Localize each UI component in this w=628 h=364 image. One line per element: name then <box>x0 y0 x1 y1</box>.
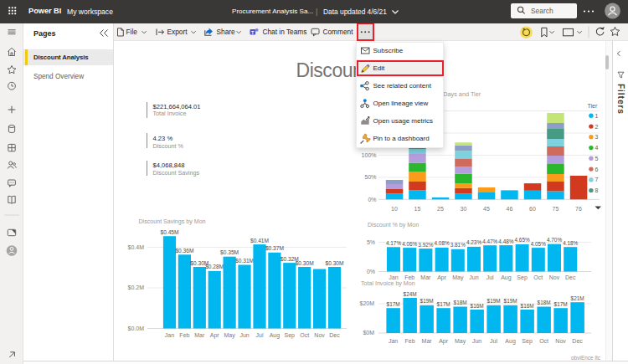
svg-text:Jul: Jul <box>490 338 497 344</box>
svg-text:$19M: $19M <box>504 298 517 304</box>
svg-text:10: 10 <box>391 206 398 212</box>
svg-text:$0.30M: $0.30M <box>296 260 314 266</box>
svg-text:46: 46 <box>507 206 513 212</box>
svg-text:Oct: Oct <box>539 338 548 344</box>
svg-text:Aug: Aug <box>505 338 516 345</box>
svg-text:60: 60 <box>529 206 536 212</box>
svg-text:30: 30 <box>461 206 467 212</box>
svg-text:$16M: $16M <box>521 303 534 309</box>
svg-text:4.23%: 4.23% <box>466 239 481 245</box>
svg-text:Oct: Oct <box>533 274 543 280</box>
svg-text:$17M: $17M <box>437 301 450 307</box>
svg-text:$19M: $19M <box>487 298 501 304</box>
svg-text:Feb: Feb <box>405 338 415 344</box>
svg-text:$24M: $24M <box>404 291 417 297</box>
svg-text:$17M: $17M <box>554 301 568 307</box>
svg-text:$0.45M: $0.45M <box>161 229 179 235</box>
svg-text:Jul: Jul <box>486 274 494 280</box>
svg-text:Sep: Sep <box>517 274 528 281</box>
svg-text:May: May <box>455 338 466 345</box>
svg-text:Aug: Aug <box>270 332 281 339</box>
svg-text:Discount % by Mon: Discount % by Mon <box>368 222 419 228</box>
svg-text:$0.28M: $0.28M <box>205 264 224 269</box>
svg-text:15: 15 <box>414 206 421 212</box>
svg-text:75: 75 <box>553 206 559 212</box>
svg-text:$0.2M: $0.2M <box>128 285 145 290</box>
svg-text:Nov: Nov <box>549 274 560 280</box>
svg-text:Jun: Jun <box>472 338 481 344</box>
svg-text:4.70%: 4.70% <box>547 237 562 243</box>
svg-text:4.18%: 4.18% <box>563 240 578 246</box>
svg-text:50%: 50% <box>364 174 376 180</box>
svg-text:Mar: Mar <box>194 332 205 338</box>
svg-text:Feb: Feb <box>179 332 189 338</box>
svg-text:Discount Savings by Mon: Discount Savings by Mon <box>139 218 206 225</box>
svg-text:$0M: $0M <box>363 330 374 336</box>
svg-text:4.05%: 4.05% <box>531 241 546 247</box>
svg-text:Apr: Apr <box>439 338 449 345</box>
svg-text:Aug: Aug <box>501 274 512 281</box>
svg-text:Dec: Dec <box>572 338 583 344</box>
svg-text:Dec: Dec <box>329 332 340 338</box>
svg-text:May: May <box>452 274 464 281</box>
svg-text:Feb: Feb <box>404 274 414 280</box>
svg-text:$18M: $18M <box>538 300 551 305</box>
svg-text:Jan: Jan <box>165 332 174 338</box>
svg-text:May: May <box>224 332 235 339</box>
svg-text:Mar: Mar <box>422 338 433 344</box>
svg-text:Dec: Dec <box>565 274 576 280</box>
svg-text:Jan: Jan <box>389 274 398 280</box>
svg-text:25: 25 <box>437 206 444 212</box>
svg-text:Sep: Sep <box>285 332 296 339</box>
svg-text:3.81%: 3.81% <box>450 242 466 248</box>
svg-text:Mar: Mar <box>420 274 431 280</box>
svg-text:Oct: Oct <box>300 332 309 338</box>
svg-text:4.65%: 4.65% <box>515 237 530 243</box>
svg-text:$0.37M: $0.37M <box>265 245 284 251</box>
svg-text:0%: 0% <box>368 197 376 203</box>
svg-text:4.08%: 4.08% <box>435 240 450 246</box>
svg-text:Total Invoice by Mon: Total Invoice by Mon <box>361 280 415 287</box>
svg-text:0%: 0% <box>367 269 375 274</box>
svg-text:$21M: $21M <box>571 295 584 301</box>
svg-text:$0.0M: $0.0M <box>128 326 145 331</box>
svg-text:$0.4M: $0.4M <box>128 244 145 250</box>
svg-text:4.47%: 4.47% <box>482 238 497 244</box>
svg-text:4.17%: 4.17% <box>386 240 401 246</box>
svg-text:$0.35M: $0.35M <box>220 249 239 255</box>
svg-text:Jan: Jan <box>389 338 398 344</box>
svg-text:3.92%: 3.92% <box>418 242 433 248</box>
svg-text:4.48%: 4.48% <box>498 238 513 244</box>
svg-text:$0.41M: $0.41M <box>250 238 269 244</box>
svg-text:7: 7 <box>595 177 599 182</box>
svg-text:4.06%: 4.06% <box>402 241 417 247</box>
svg-text:$0.31M: $0.31M <box>235 258 254 264</box>
svg-text:$16M: $16M <box>471 303 484 309</box>
svg-text:Apr: Apr <box>210 332 220 339</box>
svg-text:Jul: Jul <box>256 332 264 338</box>
svg-text:Apr: Apr <box>437 274 447 281</box>
svg-text:45: 45 <box>483 206 490 212</box>
svg-text:8: 8 <box>595 187 599 193</box>
svg-text:$19M: $19M <box>420 298 434 304</box>
svg-text:Nov: Nov <box>314 332 325 338</box>
svg-text:$0.30M: $0.30M <box>326 260 344 266</box>
svg-text:76: 76 <box>575 206 582 212</box>
svg-text:Nov: Nov <box>555 338 566 344</box>
svg-text:$18M: $18M <box>454 300 467 305</box>
svg-text:$17M: $17M <box>387 301 400 307</box>
svg-text:Sep: Sep <box>522 338 533 345</box>
svg-text:$20M: $20M <box>359 300 374 306</box>
svg-text:$0.36M: $0.36M <box>175 248 193 254</box>
svg-text:Jun: Jun <box>469 274 478 280</box>
svg-text:5%: 5% <box>367 239 375 245</box>
svg-text:Jun: Jun <box>239 332 249 338</box>
